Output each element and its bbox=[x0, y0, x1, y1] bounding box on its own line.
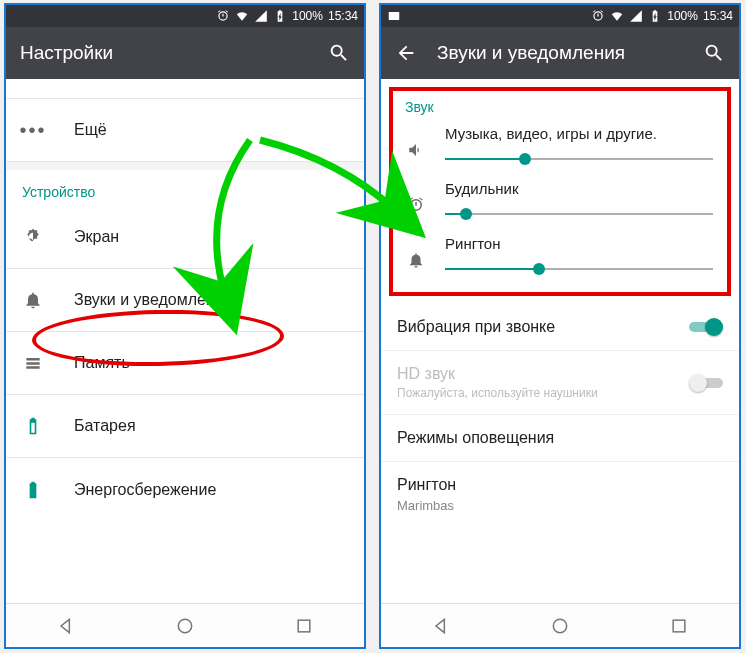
battery-percent: 100% bbox=[292, 9, 323, 23]
bell-icon bbox=[22, 290, 44, 310]
row-hd-sound: HD звук Пожалуйста, используйте наушники bbox=[381, 351, 739, 415]
battery-icon bbox=[648, 9, 662, 23]
nav-home-icon[interactable] bbox=[175, 616, 195, 636]
signal-icon bbox=[629, 9, 643, 23]
slider-label: Будильник bbox=[445, 180, 713, 197]
wifi-icon bbox=[610, 9, 624, 23]
settings-list: ••• Ещё Устройство Экран Звуки и уведомл… bbox=[6, 79, 364, 603]
alarm-icon bbox=[216, 9, 230, 23]
volume-icon bbox=[407, 141, 427, 163]
svg-point-3 bbox=[553, 619, 566, 632]
search-icon[interactable] bbox=[703, 42, 725, 64]
switch-hd bbox=[689, 374, 723, 392]
phone-left: 100% 15:34 Настройки ••• Ещё Устройство … bbox=[4, 3, 366, 649]
svg-rect-2 bbox=[389, 12, 400, 20]
page-title: Настройки bbox=[20, 42, 308, 64]
alarm-icon bbox=[591, 9, 605, 23]
wifi-icon bbox=[235, 9, 249, 23]
nav-home-icon[interactable] bbox=[550, 616, 570, 636]
row-battery[interactable]: Батарея bbox=[6, 395, 364, 458]
section-gap bbox=[6, 162, 364, 170]
row-notification-modes[interactable]: Режимы оповещения bbox=[381, 415, 739, 462]
more-icon: ••• bbox=[22, 119, 44, 142]
switch-vibrate[interactable] bbox=[689, 318, 723, 336]
clock: 15:34 bbox=[703, 9, 733, 23]
appbar-sounds: Звуки и уведомления bbox=[381, 27, 739, 79]
nav-recent-icon[interactable] bbox=[294, 616, 314, 636]
row-power-saving[interactable]: Энергосбережение bbox=[6, 458, 364, 521]
toggle-sublabel: Пожалуйста, используйте наушники bbox=[397, 386, 689, 400]
row-vibrate[interactable]: Вибрация при звонке bbox=[381, 304, 739, 351]
slider-track[interactable] bbox=[445, 152, 713, 166]
brightness-icon bbox=[22, 227, 44, 247]
svg-point-0 bbox=[178, 619, 191, 632]
back-arrow-icon[interactable] bbox=[395, 42, 417, 64]
row-label: Батарея bbox=[74, 417, 136, 435]
row-label: Память bbox=[74, 354, 130, 372]
battery-row-icon bbox=[22, 416, 44, 436]
row-label: Экран bbox=[74, 228, 119, 246]
power-icon bbox=[22, 480, 44, 500]
toggle-label: Вибрация при звонке bbox=[397, 318, 689, 336]
nav-back-icon[interactable] bbox=[431, 616, 451, 636]
row-label: Ещё bbox=[74, 121, 107, 139]
sound-section-highlight: Звук Музыка, видео, игры и другие. Будил… bbox=[389, 87, 731, 296]
status-bar: 100% 15:34 bbox=[6, 5, 364, 27]
phone-right: 100% 15:34 Звуки и уведомления Звук Музы… bbox=[379, 3, 741, 649]
navbar bbox=[381, 603, 739, 647]
section-sound-title: Звук bbox=[401, 95, 719, 117]
slider-track[interactable] bbox=[445, 262, 713, 276]
row-label: Энергосбережение bbox=[74, 481, 216, 499]
toggle-label: HD звук bbox=[397, 365, 689, 383]
row-title: Рингтон bbox=[397, 476, 723, 494]
page-title: Звуки и уведомления bbox=[437, 42, 683, 64]
svg-rect-4 bbox=[673, 620, 685, 632]
row-title: Режимы оповещения bbox=[397, 429, 723, 447]
battery-percent: 100% bbox=[667, 9, 698, 23]
row-ringtone-select[interactable]: Рингтон Marimbas bbox=[381, 462, 739, 527]
bell-slider-icon bbox=[407, 251, 427, 273]
slider-label: Рингтон bbox=[445, 235, 713, 252]
slider-label: Музыка, видео, игры и другие. bbox=[445, 125, 713, 142]
search-icon[interactable] bbox=[328, 42, 350, 64]
svg-rect-1 bbox=[298, 620, 310, 632]
navbar bbox=[6, 603, 364, 647]
row-memory[interactable]: Память bbox=[6, 332, 364, 395]
nav-recent-icon[interactable] bbox=[669, 616, 689, 636]
nav-back-icon[interactable] bbox=[56, 616, 76, 636]
appbar-settings: Настройки bbox=[6, 27, 364, 79]
clock: 15:34 bbox=[328, 9, 358, 23]
slider-ringtone[interactable]: Рингтон bbox=[401, 227, 719, 282]
screenshot-icon bbox=[387, 9, 401, 23]
row-subtitle: Marimbas bbox=[397, 498, 723, 513]
storage-icon bbox=[22, 353, 44, 373]
sounds-content: Звук Музыка, видео, игры и другие. Будил… bbox=[381, 79, 739, 603]
slider-media[interactable]: Музыка, видео, игры и другие. bbox=[401, 117, 719, 172]
battery-icon bbox=[273, 9, 287, 23]
row-screen[interactable]: Экран bbox=[6, 206, 364, 269]
row-label: Звуки и уведомления bbox=[74, 291, 232, 309]
row-sounds[interactable]: Звуки и уведомления bbox=[6, 269, 364, 332]
alarm-slider-icon bbox=[407, 196, 427, 218]
row-cut-top bbox=[6, 79, 364, 99]
section-device-title: Устройство bbox=[6, 170, 364, 206]
row-more[interactable]: ••• Ещё bbox=[6, 99, 364, 162]
status-bar: 100% 15:34 bbox=[381, 5, 739, 27]
signal-icon bbox=[254, 9, 268, 23]
slider-track[interactable] bbox=[445, 207, 713, 221]
slider-alarm[interactable]: Будильник bbox=[401, 172, 719, 227]
